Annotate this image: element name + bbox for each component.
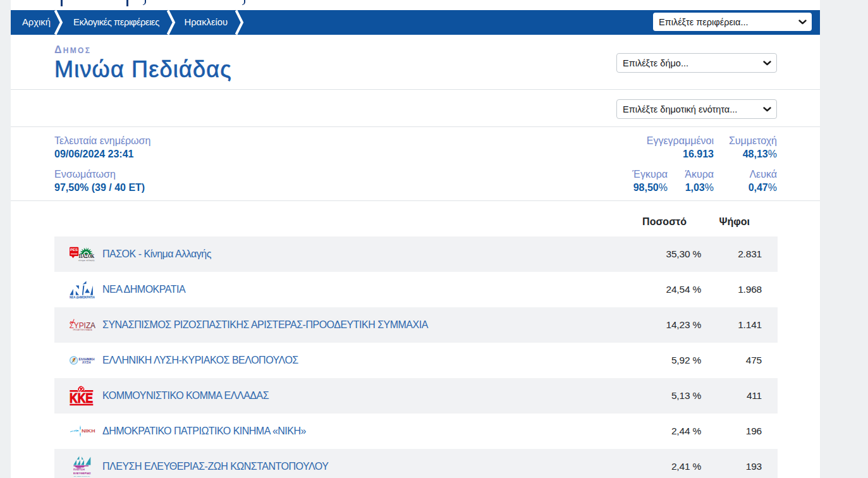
svg-text:ΖΩΗ ΚΩΝΣΤΑΝΤΟΠΟΥΛΟΥ: ΖΩΗ ΚΩΝΣΤΑΝΤΟΠΟΥΛΟΥ: [74, 475, 91, 477]
svg-text:ΕΛΕΥΘΕΡΙΑΣ: ΕΛΕΥΘΕΡΙΑΣ: [73, 472, 91, 475]
svg-text:ΝΕΑ ΔΗΜΟΚΡΑΤΙΑ: ΝΕΑ ΔΗΜΟΚΡΑΤΙΑ: [70, 296, 95, 298]
svg-text:ΕΛΛΗΝΙΚΗ: ΕΛΛΗΝΙΚΗ: [79, 358, 95, 361]
svg-text:ΝΙΚΗ: ΝΙΚΗ: [82, 428, 95, 434]
svg-text:ΚΚΕ: ΚΚΕ: [70, 390, 93, 406]
svg-text:ΠΡΟΟΔΕΥΤΙΚΗ ΣΥΜΜΑΧΙΑ: ΠΡΟΟΔΕΥΤΙΚΗ ΣΥΜΜΑΧΙΑ: [73, 329, 92, 331]
svg-text:κίνημα αλλαγής: κίνημα αλλαγής: [78, 259, 95, 262]
svg-text:ΛΥΣΗ: ΛΥΣΗ: [82, 361, 91, 364]
svg-text:PES: PES: [70, 248, 78, 252]
